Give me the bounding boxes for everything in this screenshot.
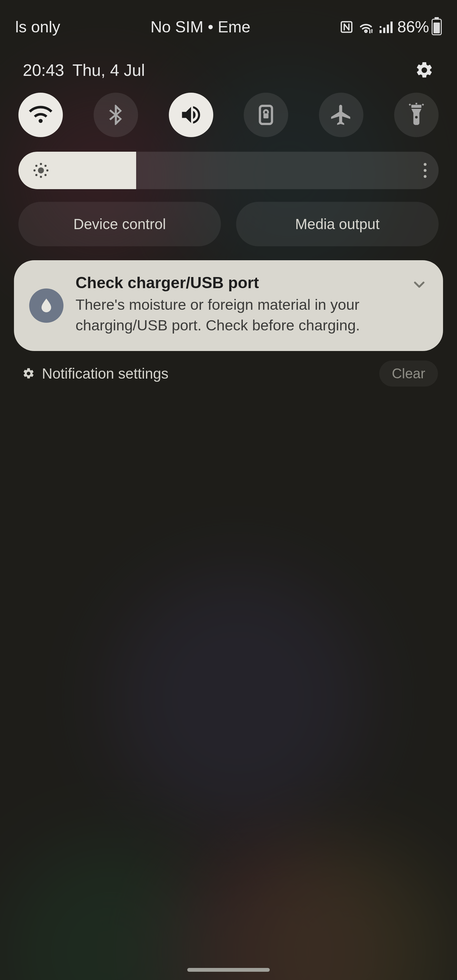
bluetooth-icon	[104, 103, 128, 127]
battery-percent-text: 86%	[397, 18, 429, 36]
status-bar: ls only No SIM • Eme 86%	[0, 0, 457, 54]
svg-point-14	[45, 165, 46, 167]
media-output-button[interactable]: Media output	[236, 202, 439, 246]
svg-rect-1	[379, 30, 382, 33]
svg-point-5	[379, 26, 382, 28]
svg-rect-7	[263, 113, 269, 118]
device-control-label: Device control	[73, 215, 166, 232]
svg-point-9	[40, 164, 42, 165]
svg-point-16	[45, 174, 46, 176]
notification-settings-label: Notification settings	[42, 365, 169, 382]
qs-flashlight-toggle[interactable]	[394, 93, 439, 137]
statusbar-sim-text: No SIM • Eme	[150, 18, 250, 36]
speaker-icon	[179, 103, 203, 127]
svg-point-11	[34, 170, 35, 171]
svg-rect-2	[383, 28, 385, 33]
panel-time: 20:43	[23, 60, 64, 80]
nav-handle[interactable]	[187, 968, 270, 972]
notification-card[interactable]: Check charger/USB port There's moisture …	[14, 260, 443, 351]
svg-point-12	[47, 170, 48, 171]
notification-expand-button[interactable]	[411, 276, 428, 294]
panel-header: 20:43 Thu, 4 Jul	[0, 54, 457, 93]
gear-icon	[415, 60, 434, 80]
svg-point-8	[38, 167, 44, 173]
wifi-icon	[29, 103, 53, 127]
notification-settings-button[interactable]: Notification settings	[22, 365, 169, 382]
brightness-sun-icon	[32, 162, 49, 179]
clear-label: Clear	[392, 366, 425, 381]
quick-settings-row	[0, 93, 457, 152]
device-control-button[interactable]: Device control	[18, 202, 221, 246]
airplane-icon	[329, 103, 353, 127]
notification-body: There's moisture or foreign material in …	[75, 294, 399, 336]
brightness-slider[interactable]	[18, 152, 439, 189]
clear-notifications-button[interactable]: Clear	[379, 361, 438, 387]
statusbar-left-text: ls only	[15, 18, 60, 36]
panel-date: Thu, 4 Jul	[72, 60, 145, 80]
qs-bluetooth-toggle[interactable]	[94, 93, 138, 137]
svg-point-13	[35, 165, 37, 167]
battery-icon	[432, 19, 442, 35]
svg-point-10	[40, 176, 42, 178]
settings-button[interactable]	[414, 60, 434, 80]
qs-airplane-toggle[interactable]	[319, 93, 363, 137]
qs-wifi-toggle[interactable]	[18, 93, 63, 137]
control-pills-row: Device control Media output	[0, 202, 457, 260]
signal-icon	[378, 20, 393, 34]
brightness-more-button[interactable]	[424, 163, 427, 178]
media-output-label: Media output	[295, 215, 379, 232]
svg-rect-3	[387, 24, 389, 33]
qs-sound-toggle[interactable]	[169, 93, 213, 137]
rotation-lock-icon	[254, 103, 278, 127]
flashlight-icon	[404, 103, 428, 127]
chevron-down-icon	[411, 276, 428, 293]
nfc-icon	[339, 20, 353, 34]
svg-rect-4	[390, 22, 393, 33]
wifi-status-icon	[358, 20, 374, 34]
moisture-drop-icon	[29, 288, 64, 323]
qs-rotation-lock-toggle[interactable]	[244, 93, 288, 137]
svg-point-15	[35, 174, 37, 176]
battery-indicator: 86%	[397, 18, 442, 36]
gear-icon	[22, 367, 35, 380]
notification-title: Check charger/USB port	[75, 274, 399, 292]
